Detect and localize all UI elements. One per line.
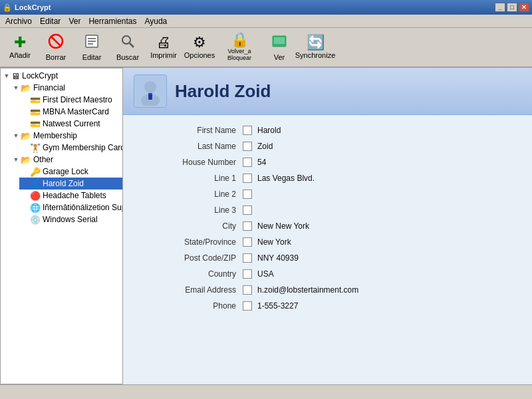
app-icon: 🔒 xyxy=(3,3,12,12)
root-folder-icon: 🖥 xyxy=(11,71,20,81)
field-row: State/ProvinceNew York xyxy=(136,237,519,247)
field-row: Phone1-555-3227 xyxy=(136,301,519,311)
tree-group-financial[interactable]: ▼ 📂 Financial xyxy=(10,82,122,94)
app-title: LockCrypt xyxy=(15,3,51,11)
detail-name: Harold Zoid xyxy=(175,81,271,102)
field-checkbox[interactable] xyxy=(243,301,252,311)
tree-item-intern-label: Iñternâtiônálizetion Support xyxy=(43,203,123,212)
tree-item-windows-label: Windows Serial xyxy=(43,215,98,224)
field-checkbox[interactable] xyxy=(243,158,252,167)
tree-group-other-label: Other xyxy=(33,155,53,164)
field-label: City xyxy=(136,221,243,231)
view-button[interactable]: Ver xyxy=(262,30,297,65)
field-row: House Number54 xyxy=(136,158,519,167)
field-checkbox[interactable] xyxy=(243,285,252,295)
detail-fields: First NameHaroldLast NameZoidHouse Numbe… xyxy=(123,115,532,328)
field-checkbox[interactable] xyxy=(243,205,252,215)
search-icon xyxy=(120,33,136,52)
field-row: First NameHarold xyxy=(136,126,519,135)
tree-item-windows[interactable]: 💿 Windows Serial xyxy=(19,213,122,225)
tree-group-financial-label: Financial xyxy=(33,83,65,92)
options-button[interactable]: ⚙ Opciones xyxy=(182,30,217,65)
tree-item-mbna[interactable]: 💳 MBNA MasterCard xyxy=(19,106,122,118)
tree-item-garage[interactable]: 🔑 Garage Lock xyxy=(19,166,122,178)
field-label: First Name xyxy=(136,126,243,135)
other-folder-icon: 📂 xyxy=(21,155,31,165)
field-value: Zoid xyxy=(257,142,273,151)
field-value: NNY 40939 xyxy=(257,253,299,263)
sync-button[interactable]: 🔄 Synchronize xyxy=(298,30,332,65)
add-button[interactable]: ✚ Añadir xyxy=(3,30,37,65)
harold-icon: 👤 xyxy=(30,179,41,189)
tree-item-intern[interactable]: 🌐 Iñternâtiônálizetion Support xyxy=(19,201,122,213)
field-checkbox[interactable] xyxy=(243,269,252,279)
svg-line-7 xyxy=(130,43,134,47)
tree-group-other[interactable]: ▼ 📂 Other xyxy=(10,154,122,166)
tree-item-mbna-label: MBNA MasterCard xyxy=(43,107,109,116)
sync-label: Synchronize xyxy=(295,51,336,59)
minimize-button[interactable]: _ xyxy=(495,3,505,12)
field-label: House Number xyxy=(136,158,243,167)
svg-line-1 xyxy=(51,37,61,46)
options-icon: ⚙ xyxy=(193,35,206,50)
field-value: 1-555-3227 xyxy=(257,301,298,311)
edit-icon xyxy=(84,33,100,52)
menu-archivo[interactable]: Archivo xyxy=(1,15,36,27)
window-controls: _ □ ✕ xyxy=(495,3,529,12)
search-button[interactable]: Buscar xyxy=(110,30,145,65)
tree-item-harold[interactable]: 👤 Harold Zoid xyxy=(19,178,122,190)
add-label: Añadir xyxy=(9,51,31,59)
maximize-button[interactable]: □ xyxy=(507,3,517,12)
gym-icon: 🏋 xyxy=(30,143,41,153)
field-label: Post Code/ZIP xyxy=(136,253,243,263)
field-checkbox[interactable] xyxy=(243,253,252,263)
menu-editar[interactable]: Editar xyxy=(36,15,65,27)
menu-ver[interactable]: Ver xyxy=(65,15,84,27)
svg-rect-9 xyxy=(274,37,285,44)
view-label: Ver xyxy=(274,53,285,61)
field-row: Line 2 xyxy=(136,190,519,199)
menu-herramientas[interactable]: Herramientas xyxy=(84,15,140,27)
svg-point-10 xyxy=(144,81,156,93)
tree-item-natwest-label: Natwest Current xyxy=(43,119,100,128)
first-direct-icon: 💳 xyxy=(30,95,41,105)
field-label: Country xyxy=(136,269,243,279)
tree-item-headache[interactable]: 🔴 Headache Tablets xyxy=(19,190,122,201)
field-checkbox[interactable] xyxy=(243,237,252,247)
field-row: Email Addressh.zoid@lobstertainment.com xyxy=(136,285,519,295)
edit-button[interactable]: Editar xyxy=(74,30,109,65)
field-label: State/Province xyxy=(136,237,243,247)
field-value: Harold xyxy=(257,126,281,135)
field-checkbox[interactable] xyxy=(243,221,252,231)
financial-expand-icon: ▼ xyxy=(11,83,21,92)
delete-button[interactable]: Borrar xyxy=(39,30,73,65)
title-bar: 🔒 LockCrypt _ □ ✕ xyxy=(0,0,532,15)
field-checkbox[interactable] xyxy=(243,174,252,183)
tree-item-natwest[interactable]: 💳 Natwest Current xyxy=(19,118,122,130)
field-row: CityNew New York xyxy=(136,221,519,231)
field-value: Las Vegas Blvd. xyxy=(257,174,315,183)
field-label: Phone xyxy=(136,301,243,311)
options-label: Opciones xyxy=(184,51,215,59)
lock-button[interactable]: 🔒 Volver_a Bloquear xyxy=(218,30,261,65)
field-value: New York xyxy=(257,237,291,247)
field-checkbox[interactable] xyxy=(243,126,252,135)
tree-item-first-direct[interactable]: 💳 First Direct Maestro xyxy=(19,94,122,106)
tree-group-membership[interactable]: ▼ 📂 Membership xyxy=(10,130,122,142)
field-row: CountryUSA xyxy=(136,269,519,279)
detail-panel: Harold Zoid First NameHaroldLast NameZoi… xyxy=(123,68,532,384)
tree-root-node[interactable]: ▼ 🖥 LockCrypt xyxy=(1,70,122,82)
view-icon xyxy=(271,33,287,52)
garage-icon: 🔑 xyxy=(30,167,41,177)
mbna-icon: 💳 xyxy=(30,107,41,117)
print-button[interactable]: 🖨 Imprimir xyxy=(146,30,181,65)
tree-item-gym[interactable]: 🏋 Gym Membership Card xyxy=(19,142,122,154)
menu-ayuda[interactable]: Ayuda xyxy=(140,15,171,27)
field-checkbox[interactable] xyxy=(243,190,252,199)
root-expand-icon: ▼ xyxy=(2,71,11,80)
menu-bar: Archivo Editar Ver Herramientas Ayuda xyxy=(0,15,532,28)
detail-avatar xyxy=(134,74,167,108)
field-checkbox[interactable] xyxy=(243,142,252,151)
close-button[interactable]: ✕ xyxy=(519,3,529,12)
tree-item-garage-label: Garage Lock xyxy=(43,167,88,176)
